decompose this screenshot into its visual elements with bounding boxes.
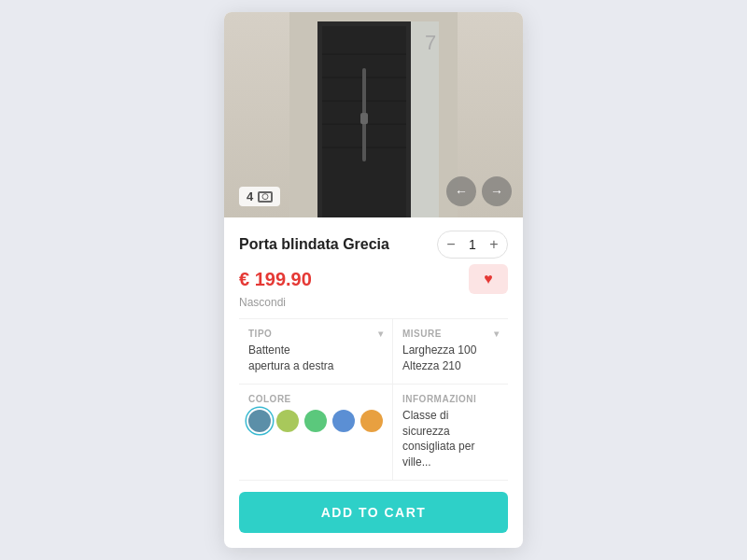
svg-text:7: 7 [425,31,436,54]
tipo-chevron-icon: ▾ [378,329,384,339]
photo-count-badge[interactable]: 4 [239,187,280,206]
misure-value: Larghezza 100Altezza 210 [402,343,499,374]
tipo-cell[interactable]: TIPO ▾ Battenteapertura a destra [239,319,393,385]
tipo-label: TIPO ▾ [248,329,383,339]
quantity-control: − 1 + [437,231,508,259]
misure-cell[interactable]: MISURE ▾ Larghezza 100Altezza 210 [393,319,508,385]
colore-label: COLORE [248,394,383,404]
color-swatch-1[interactable] [276,410,299,432]
color-swatches [248,410,383,432]
prev-arrow[interactable]: ← [446,176,476,206]
qty-plus-button[interactable]: + [481,231,507,258]
hide-link[interactable]: Nascondi [239,296,508,309]
color-swatch-3[interactable] [332,410,355,432]
image-nav: ← → [446,176,512,206]
next-arrow[interactable]: → [482,176,512,206]
qty-minus-button[interactable]: − [438,231,464,258]
product-image-section: 7 4 ← → [224,12,523,217]
informazioni-value: Classe di sicurezzaconsigliata per ville… [402,408,499,470]
misure-chevron-icon: ▾ [494,329,500,339]
product-card: 7 4 ← → Porta blindata Grecia − 1 + € 19… [224,12,523,548]
door-illustration: 7 [289,12,458,217]
add-to-cart-button[interactable]: ADD TO CART [239,492,508,533]
qty-value: 1 [464,237,481,252]
product-title: Porta blindata Grecia [239,236,389,253]
specs-grid: TIPO ▾ Battenteapertura a destra MISURE … [239,318,508,481]
color-swatch-0[interactable] [248,410,271,432]
photo-count: 4 [247,189,253,203]
tipo-value: Battenteapertura a destra [248,343,383,374]
informazioni-label: INFORMAZIONI [402,394,499,404]
informazioni-cell: INFORMAZIONI Classe di sicurezzaconsigli… [393,385,508,481]
product-details: Porta blindata Grecia − 1 + € 199.90 ♥ N… [224,217,523,481]
wishlist-button[interactable]: ♥ [469,264,508,294]
color-swatch-2[interactable] [304,410,327,432]
color-swatch-4[interactable] [360,410,383,432]
colore-cell: COLORE [239,385,393,481]
price-row: € 199.90 ♥ [239,264,508,294]
svg-rect-9 [360,113,368,124]
misure-label: MISURE ▾ [402,329,499,339]
product-price: € 199.90 [239,269,312,290]
title-row: Porta blindata Grecia − 1 + [239,231,508,259]
camera-icon [258,191,273,203]
